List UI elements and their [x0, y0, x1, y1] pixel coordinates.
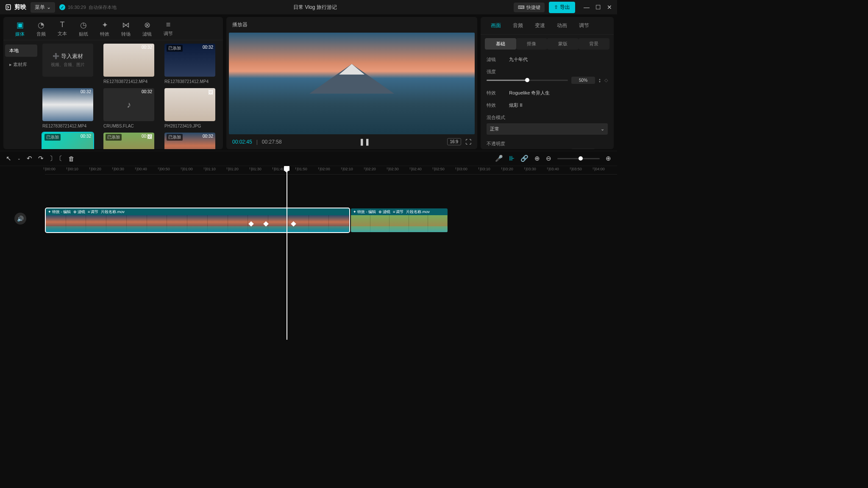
effect1-value[interactable]: Roguelike 奇异人生 — [509, 90, 550, 95]
tool-dropdown[interactable]: ⌄ — [17, 156, 21, 161]
zoom-out-button[interactable]: ⊖ — [546, 155, 551, 162]
media-thumbnail[interactable]: ♪00:32 — [103, 88, 154, 121]
media-thumbnail[interactable]: 00:32 — [42, 88, 93, 121]
align-button[interactable]: ⊕ — [534, 155, 540, 162]
adjust-tag[interactable]: ≡ 调节 — [88, 209, 98, 215]
ruler-tick: |00:00 — [45, 167, 56, 171]
effect1-row: 特效 Roguelike 奇异人生 — [487, 90, 608, 96]
media-thumbnail[interactable]: 00:32已添加 — [42, 133, 93, 149]
mute-button[interactable]: 🔊 — [14, 213, 26, 225]
split-button[interactable]: 〕〔 — [50, 155, 62, 163]
props-subtab[interactable]: 基础 — [485, 38, 516, 50]
clip-header: ✦ 特效 - 编辑 ⊗ 滤镜 ≡ 调节 片段名称.mov — [351, 208, 448, 215]
filter-tag[interactable]: ⊗ 滤镜 — [73, 209, 85, 215]
media-thumbnail[interactable]: 🖼 — [164, 88, 215, 121]
props-subtab[interactable]: 背景 — [579, 38, 610, 50]
opacity-value[interactable]: 50% — [571, 149, 595, 149]
zoom-in-button[interactable]: ⊕ — [606, 155, 611, 162]
sidebar-item[interactable]: ▸ 素材库 — [5, 58, 37, 71]
maximize-button[interactable]: ☐ — [595, 4, 601, 11]
effect2-value[interactable]: 炫彩 II — [509, 103, 522, 108]
tracks[interactable]: ✦ 特效 - 编辑 ⊗ 滤镜 ≡ 调节 片段名称.mov ✦ 特效 - 编辑 ⊗… — [41, 208, 617, 225]
effect-tag[interactable]: ✦ 特效 - 编辑 — [48, 209, 71, 215]
props-tab[interactable]: 变速 — [529, 17, 551, 34]
play-pause-button[interactable]: ❚❚ — [286, 138, 443, 146]
image-icon: 🖼 — [147, 134, 152, 140]
media-tab-0[interactable]: ▣媒体 — [9, 19, 31, 40]
props-tab[interactable]: 画面 — [485, 17, 507, 34]
player-video[interactable] — [229, 33, 475, 134]
cursor-tool-button[interactable]: ↖ — [6, 155, 11, 162]
minimize-button[interactable]: — — [584, 4, 590, 11]
media-tab-1[interactable]: ◔音频 — [31, 19, 52, 40]
media-grid: ➕ 导入素材视频、音频、图片00:32RE127838721412.MP400:… — [39, 40, 223, 149]
media-tab-6[interactable]: ⊗滤镜 — [136, 19, 158, 40]
blend-mode-select[interactable]: 正常⌄ — [487, 123, 608, 135]
media-thumbnail[interactable]: 00:32🖼已添加 — [103, 133, 154, 149]
delete-button[interactable]: 🗑 — [68, 155, 75, 162]
window-controls: — ☐ ✕ — [584, 4, 612, 11]
sidebar-item[interactable]: 本地 — [5, 44, 37, 57]
track-controls: 🔊 — [0, 208, 41, 225]
ruler-tick: |01:00 — [182, 167, 193, 171]
intensity-value[interactable]: 50% — [571, 77, 595, 84]
record-button[interactable]: 🎤 — [495, 155, 503, 162]
ruler-tick: |00:20 — [91, 167, 101, 171]
link-button[interactable]: 🔗 — [520, 155, 529, 162]
autosave-status: ✓ 16:30:29 自动保存本地 — [59, 4, 117, 11]
tab-icon: T — [60, 20, 65, 29]
playhead[interactable] — [287, 166, 287, 340]
aspect-ratio-button[interactable]: 16:9 — [447, 138, 461, 145]
props-subtab[interactable]: 抠像 — [516, 38, 548, 50]
props-tab[interactable]: 动画 — [551, 17, 573, 34]
timeline-clip[interactable]: ✦ 特效 - 编辑 ⊗ 滤镜 ≡ 调节 片段名称.mov — [351, 208, 448, 232]
ruler-tick: |03:30 — [526, 167, 536, 171]
ruler-tick: |03:00 — [457, 167, 467, 171]
project-title: 日常 Vlog 旅行游记 — [121, 4, 509, 11]
media-tab-5[interactable]: ⋈转场 — [115, 19, 136, 40]
filter-tag[interactable]: ⊗ 滤镜 — [378, 209, 390, 215]
keyframe-icon[interactable]: ◇ — [604, 78, 608, 83]
blend-row: 混合模式 正常⌄ — [487, 114, 608, 135]
ruler-tick: |00:30 — [114, 167, 124, 171]
props-subtab[interactable]: 蒙版 — [547, 38, 579, 50]
media-tab-3[interactable]: ◷贴纸 — [73, 19, 94, 40]
undo-button[interactable]: ↶ — [27, 155, 32, 162]
adjust-tag[interactable]: ≡ 调节 — [393, 209, 403, 215]
timeline-ruler[interactable]: |00:00|00:10|00:20|00:30|00:40|00:50|01:… — [45, 166, 617, 175]
time-current: 00:02:45 — [232, 139, 252, 145]
media-tab-2[interactable]: T文本 — [52, 19, 73, 40]
media-thumbnail[interactable]: 00:32已添加 — [164, 44, 215, 77]
tab-icon: ⊗ — [144, 20, 150, 30]
timeline-clip[interactable]: ✦ 特效 - 编辑 ⊗ 滤镜 ≡ 调节 片段名称.mov — [46, 208, 349, 232]
redo-button[interactable]: ↷ — [38, 155, 44, 162]
menu-button[interactable]: 菜单⌄ — [31, 2, 55, 13]
filter-value[interactable]: 九十年代 — [509, 57, 528, 62]
media-tabs: ▣媒体◔音频T文本◷贴纸✦特效⋈转场⊗滤镜≡调节 — [3, 17, 223, 40]
effect-tag[interactable]: ✦ 特效 - 编辑 — [353, 209, 376, 215]
media-tab-4[interactable]: ✦特效 — [94, 19, 115, 40]
import-button[interactable]: ➕ 导入素材视频、音频、图片 — [42, 44, 93, 77]
media-filename: RE127838721412.MP4 — [103, 79, 154, 84]
player-controls: 00:02:45 | 00:27:58 ❚❚ 16:9 ⛶ — [226, 134, 477, 149]
ruler-tick: |00:10 — [68, 167, 78, 171]
zoom-slider[interactable] — [557, 158, 600, 159]
ruler-tick: |02:00 — [320, 167, 330, 171]
media-thumbnail[interactable]: 00:32已添加 — [164, 133, 215, 149]
magnet-button[interactable]: ⊪ — [509, 155, 515, 162]
intensity-slider[interactable] — [487, 80, 568, 81]
opacity-row: 不透明度 50% ▲▼ ◆ — [487, 141, 608, 149]
media-filename: CRUMBS.FLAC — [103, 124, 154, 128]
media-tab-7[interactable]: ≡调节 — [158, 19, 179, 40]
props-tab[interactable]: 调节 — [573, 17, 595, 34]
shortcut-button[interactable]: ⌨快捷键 — [514, 3, 545, 12]
timeline[interactable]: |00:00|00:10|00:20|00:30|00:40|00:50|01:… — [0, 166, 617, 340]
media-thumbnail[interactable]: 00:32 — [103, 44, 154, 77]
app-logo: 剪映 — [5, 3, 26, 11]
ruler-tick: |01:10 — [205, 167, 216, 171]
ruler-tick: |02:50 — [434, 167, 445, 171]
props-tab[interactable]: 音频 — [507, 17, 529, 34]
export-button[interactable]: ⇧导出 — [549, 2, 575, 13]
close-button[interactable]: ✕ — [607, 4, 612, 11]
fullscreen-button[interactable]: ⛶ — [465, 139, 471, 145]
